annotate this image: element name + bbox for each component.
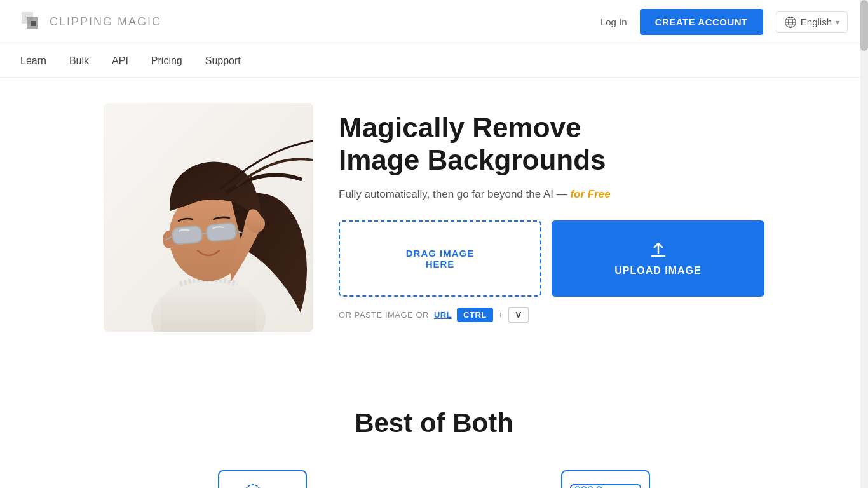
svg-rect-14 xyxy=(206,222,236,241)
nav-item-support[interactable]: Support xyxy=(205,55,241,67)
main-nav: Learn Bulk API Pricing Support xyxy=(0,44,868,78)
nav-item-learn[interactable]: Learn xyxy=(20,55,46,67)
ctrl-key: CTRL xyxy=(457,308,493,322)
smart-editor-icon-box xyxy=(561,470,650,488)
nav-item-bulk[interactable]: Bulk xyxy=(69,55,89,67)
upload-icon xyxy=(649,241,667,259)
nav-item-pricing[interactable]: Pricing xyxy=(151,55,182,67)
drag-drop-label: DRAG IMAGEHERE xyxy=(406,248,475,269)
globe-icon xyxy=(784,16,797,29)
logo[interactable]: CLIPPING MAGIC xyxy=(20,11,161,34)
paste-area: OR PASTE IMAGE OR URL CTRL + V xyxy=(339,307,764,323)
plus-symbol: + xyxy=(498,309,504,320)
create-account-button[interactable]: CREATE ACCOUNT xyxy=(640,9,763,35)
feature-smart-editor: Smart Editor xyxy=(459,470,752,488)
scrollbar-track[interactable] xyxy=(860,0,868,488)
logo-icon xyxy=(20,11,43,34)
best-title: Best of Both xyxy=(25,408,843,438)
paste-text: OR PASTE IMAGE OR xyxy=(339,310,429,320)
auto-clip-icon-box xyxy=(218,470,307,488)
drag-drop-zone[interactable]: DRAG IMAGEHERE xyxy=(339,220,541,297)
hero-section: Magically Remove Image Backgrounds Fully… xyxy=(53,78,815,370)
url-link[interactable]: URL xyxy=(434,310,452,320)
features-row: Auto-Clip AI xyxy=(116,470,752,488)
for-free-text: for Free xyxy=(570,188,610,200)
best-section: Best of Both Auto-Clip AI xyxy=(0,370,868,488)
svg-rect-13 xyxy=(172,226,203,245)
svg-line-15 xyxy=(201,233,207,234)
svg-rect-22 xyxy=(571,485,641,488)
svg-point-20 xyxy=(245,485,261,488)
svg-rect-2 xyxy=(31,21,36,26)
scrollbar-thumb[interactable] xyxy=(860,0,868,51)
v-key: V xyxy=(508,307,528,323)
feature-auto-clip: Auto-Clip AI xyxy=(116,470,409,488)
language-label: English xyxy=(801,17,832,27)
login-link[interactable]: Log In xyxy=(600,17,627,27)
hero-image xyxy=(104,103,313,332)
site-header: CLIPPING MAGIC Log In CREATE ACCOUNT Eng… xyxy=(0,0,868,44)
auto-clip-icon xyxy=(231,480,294,488)
hero-subtitle: Fully automatically, then go far beyond … xyxy=(339,186,764,203)
smart-editor-icon xyxy=(567,480,644,488)
hero-content: Magically Remove Image Backgrounds Fully… xyxy=(339,112,764,323)
chevron-down-icon: ▾ xyxy=(836,18,839,27)
upload-image-button[interactable]: UPLOAD IMAGE xyxy=(552,220,764,297)
header-actions: Log In CREATE ACCOUNT English ▾ xyxy=(600,9,848,35)
nav-item-api[interactable]: API xyxy=(112,55,128,67)
language-selector[interactable]: English ▾ xyxy=(776,11,848,33)
upload-button-label: UPLOAD IMAGE xyxy=(614,265,701,276)
svg-point-18 xyxy=(247,215,265,233)
hero-image-container xyxy=(104,103,313,332)
upload-area: DRAG IMAGEHERE UPLOAD IMAGE xyxy=(339,220,764,297)
logo-text: CLIPPING MAGIC xyxy=(50,15,161,29)
hero-woman-svg xyxy=(104,103,313,332)
hero-title: Magically Remove Image Backgrounds xyxy=(339,112,764,176)
